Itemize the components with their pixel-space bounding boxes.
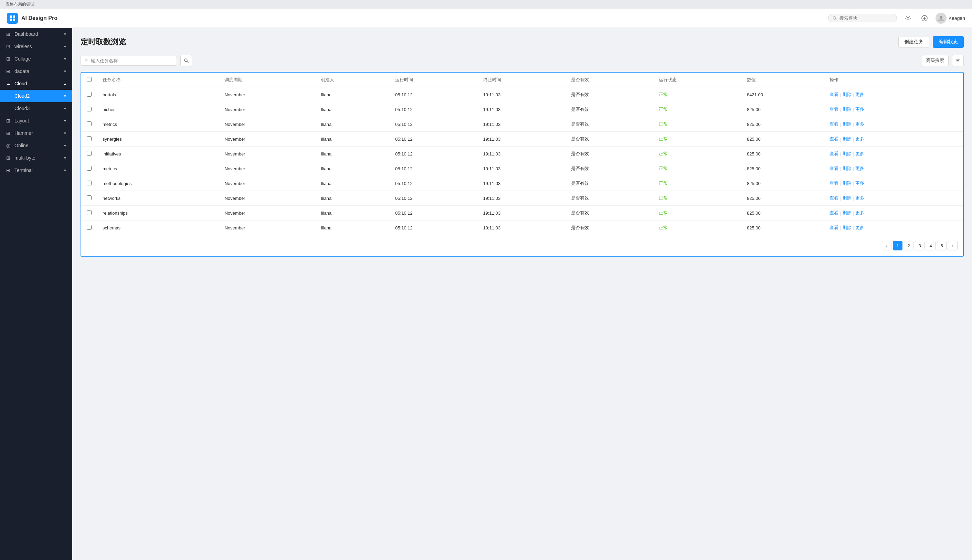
action-view[interactable]: 查看 <box>830 180 838 187</box>
action-delete[interactable]: 删除 <box>843 151 852 157</box>
action-more[interactable]: 更多 <box>855 195 864 201</box>
row-checkbox-cell[interactable] <box>81 176 97 191</box>
action-more[interactable]: 更多 <box>855 106 864 112</box>
sidebar-item-dashboard[interactable]: ⊞ Dashboard ▼ <box>0 28 72 40</box>
task-search-input[interactable] <box>91 58 173 63</box>
row-checkbox-cell[interactable] <box>81 132 97 147</box>
sidebar-item-cloud3[interactable]: Cloud3 ▼ <box>0 102 72 115</box>
multibyte-icon: ⊞ <box>5 155 11 161</box>
row-checkbox[interactable] <box>87 181 92 185</box>
action-delete[interactable]: 删除 <box>843 195 852 201</box>
search-button[interactable] <box>180 55 192 67</box>
row-checkbox[interactable] <box>87 136 92 141</box>
row-checkbox[interactable] <box>87 166 92 171</box>
action-view[interactable]: 查看 <box>830 121 838 127</box>
action-delete[interactable]: 删除 <box>843 106 852 112</box>
sidebar-item-hammer[interactable]: ⊞ Hammer ▼ <box>0 127 72 139</box>
row-status: 正常 <box>653 176 741 191</box>
row-task-name: networks <box>97 191 219 206</box>
action-view[interactable]: 查看 <box>830 136 838 142</box>
task-search-box[interactable] <box>80 56 177 66</box>
window-titlebar: 表格布局的尝试 <box>0 0 972 8</box>
sidebar-item-dadata[interactable]: ⊞ dadata ▼ <box>0 65 72 77</box>
sidebar-item-cloud2[interactable]: Cloud2 ▼ <box>0 90 72 102</box>
pagination: ‹ 1 2 3 4 5 › <box>81 235 963 256</box>
create-task-button[interactable]: 创建任务 <box>899 36 929 48</box>
action-view[interactable]: 查看 <box>830 195 838 201</box>
pagination-page-5[interactable]: 5 <box>937 241 947 250</box>
sidebar-item-cloud[interactable]: ☁ Cloud ▲ <box>0 77 72 90</box>
row-checkbox[interactable] <box>87 225 92 230</box>
row-end-time: 19:11:03 <box>478 220 566 235</box>
row-run-time: 05:10:12 <box>390 161 478 176</box>
pagination-prev[interactable]: ‹ <box>882 241 892 250</box>
select-all-checkbox[interactable] <box>87 77 92 82</box>
sidebar-item-online[interactable]: ◎ Online ▼ <box>0 139 72 152</box>
pagination-page-1[interactable]: 1 <box>893 241 902 250</box>
pagination-page-3[interactable]: 3 <box>915 241 925 250</box>
row-checkbox-cell[interactable] <box>81 220 97 235</box>
advanced-search-button[interactable]: 高级搜索 <box>922 55 949 66</box>
action-more[interactable]: 更多 <box>855 165 864 172</box>
sidebar-item-wireless[interactable]: ⊡ wireless ▼ <box>0 40 72 53</box>
action-delete[interactable]: 删除 <box>843 225 852 231</box>
row-valid: 是否有效 <box>566 176 653 191</box>
row-checkbox-cell[interactable] <box>81 102 97 117</box>
action-more[interactable]: 更多 <box>855 210 864 216</box>
row-checkbox[interactable] <box>87 151 92 156</box>
table-row: methodologies November Iliana 05:10:12 1… <box>81 176 963 191</box>
action-delete[interactable]: 删除 <box>843 121 852 127</box>
action-more[interactable]: 更多 <box>855 225 864 231</box>
action-more[interactable]: 更多 <box>855 92 864 98</box>
action-view[interactable]: 查看 <box>830 210 838 216</box>
row-checkbox[interactable] <box>87 107 92 112</box>
pagination-page-2[interactable]: 2 <box>904 241 914 250</box>
sidebar-item-collage[interactable]: ⊞ Collage ▼ <box>0 53 72 65</box>
global-search-input[interactable] <box>840 15 892 21</box>
global-search-box[interactable] <box>828 14 897 22</box>
action-view[interactable]: 查看 <box>830 92 838 98</box>
sidebar-item-multibyte[interactable]: ⊞ multi-byte ▼ <box>0 152 72 164</box>
action-delete[interactable]: 删除 <box>843 210 852 216</box>
row-status: 正常 <box>653 102 741 117</box>
row-checkbox[interactable] <box>87 195 92 200</box>
table-row: metrics November Iliana 05:10:12 19:11:0… <box>81 161 963 176</box>
sidebar-item-layout[interactable]: ⊞ Layout ▼ <box>0 115 72 127</box>
action-view[interactable]: 查看 <box>830 151 838 157</box>
col-cycle: 调度周期 <box>219 73 315 87</box>
row-creator: Iliana <box>315 161 390 176</box>
row-checkbox-cell[interactable] <box>81 117 97 132</box>
action-more[interactable]: 更多 <box>855 180 864 187</box>
action-more[interactable]: 更多 <box>855 121 864 127</box>
action-delete[interactable]: 删除 <box>843 165 852 172</box>
action-view[interactable]: 查看 <box>830 106 838 112</box>
action-view[interactable]: 查看 <box>830 165 838 172</box>
action-delete[interactable]: 删除 <box>843 92 852 98</box>
row-end-time: 19:11:03 <box>478 117 566 132</box>
action-delete[interactable]: 删除 <box>843 180 852 187</box>
row-actions: 查看 | 删除 | 更多 <box>824 191 963 206</box>
row-checkbox-cell[interactable] <box>81 87 97 102</box>
edit-status-button[interactable]: 编辑状态 <box>933 36 964 48</box>
add-icon[interactable] <box>919 13 930 24</box>
col-value: 数值 <box>742 73 824 87</box>
row-checkbox-cell[interactable] <box>81 161 97 176</box>
pagination-page-4[interactable]: 4 <box>926 241 935 250</box>
row-checkbox[interactable] <box>87 92 92 97</box>
user-avatar[interactable]: Keagan <box>935 13 965 24</box>
row-checkbox[interactable] <box>87 210 92 215</box>
filter-button[interactable] <box>952 55 964 67</box>
select-all-header[interactable] <box>81 73 97 87</box>
action-more[interactable]: 更多 <box>855 136 864 142</box>
action-more[interactable]: 更多 <box>855 151 864 157</box>
row-checkbox-cell[interactable] <box>81 206 97 220</box>
row-checkbox-cell[interactable] <box>81 191 97 206</box>
pagination-next[interactable]: › <box>948 241 957 250</box>
action-delete[interactable]: 删除 <box>843 136 852 142</box>
action-view[interactable]: 查看 <box>830 225 838 231</box>
layout-icon: ⊞ <box>5 118 11 123</box>
sidebar-item-terminal[interactable]: ⊞ Terminal ▼ <box>0 164 72 177</box>
row-checkbox[interactable] <box>87 122 92 126</box>
row-checkbox-cell[interactable] <box>81 147 97 161</box>
settings-icon[interactable] <box>902 13 914 24</box>
